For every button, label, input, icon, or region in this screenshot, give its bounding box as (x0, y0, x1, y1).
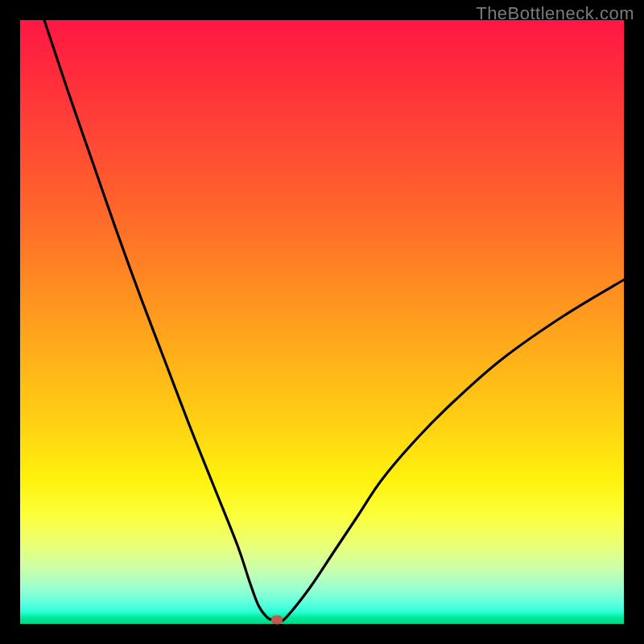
optimum-marker (271, 615, 283, 624)
chart-plot-area (20, 20, 624, 624)
bottleneck-curve (20, 20, 624, 624)
watermark-text: TheBottleneck.com (476, 3, 634, 24)
